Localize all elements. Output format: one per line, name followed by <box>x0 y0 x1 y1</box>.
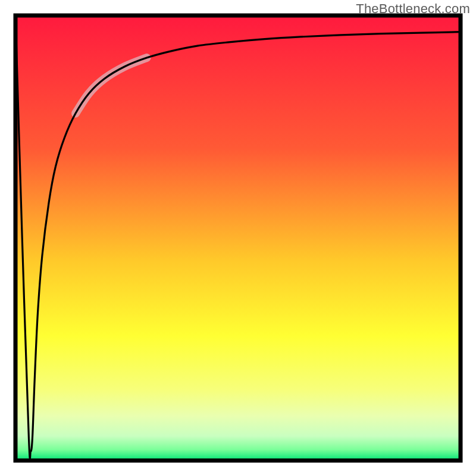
bottleneck-chart <box>0 0 476 476</box>
plot-background-gradient <box>15 15 461 461</box>
watermark-text: TheBottleneck.com <box>356 1 470 17</box>
chart-container: TheBottleneck.com <box>0 0 476 476</box>
